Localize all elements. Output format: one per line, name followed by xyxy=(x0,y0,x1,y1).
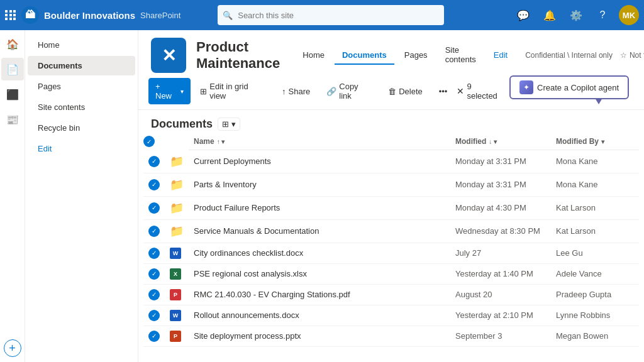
copilot-icon: ✦ xyxy=(519,80,533,94)
row-checkbox[interactable]: ✓ xyxy=(148,248,160,259)
row-checkbox[interactable]: ✓ xyxy=(148,310,160,321)
share-row-button[interactable]: ↑ xyxy=(418,248,426,259)
sidebar-item-edit[interactable]: Edit xyxy=(28,139,135,158)
copy-link-label: Copy link xyxy=(339,82,372,101)
more-row-button[interactable]: ⋮ xyxy=(428,289,440,300)
nav-site-contents[interactable]: Site contents xyxy=(438,41,484,69)
more-row-button[interactable]: ⋮ xyxy=(428,179,440,190)
popup-arrow xyxy=(595,98,602,104)
word-icon: W xyxy=(170,248,181,259)
sort-modified-icon: ↓ ▾ xyxy=(489,138,497,145)
confidential-label: Confidential \ Internal only xyxy=(525,51,613,60)
share-button[interactable]: ↑ Share xyxy=(275,83,317,100)
sidebar-item-recycle-bin[interactable]: Recycle bin xyxy=(28,118,135,138)
site-meta: Confidential \ Internal only ☆ Not follo… xyxy=(525,51,644,60)
share-row-button[interactable]: ↑ xyxy=(418,331,426,342)
more-row-button[interactable]: ⋮ xyxy=(428,156,440,167)
row-checkbox[interactable]: ✓ xyxy=(148,268,160,280)
sidebar-item-site-contents[interactable]: Site contents xyxy=(28,97,135,117)
table-row[interactable]: ✓ 📁 Current Deployments ↑ ⋮ Monday at 3:… xyxy=(143,150,639,173)
new-button[interactable]: + New ▾ xyxy=(148,78,191,104)
edit-grid-label: Edit in grid view xyxy=(209,82,265,101)
more-row-button[interactable]: ⋮ xyxy=(428,268,440,280)
table-row[interactable]: ✓ P RMC 21.40.030 - EV Charging Stations… xyxy=(143,284,639,305)
nav-home[interactable]: Home xyxy=(295,47,332,65)
bell-icon[interactable]: 🔔 xyxy=(540,5,560,25)
row-checkbox[interactable]: ✓ xyxy=(148,156,160,167)
col-name-header[interactable]: Name ↑ ▾ xyxy=(189,133,413,150)
edit-grid-button[interactable]: ⊞ Edit in grid view xyxy=(193,78,272,104)
search-input[interactable] xyxy=(218,5,444,25)
view-toggle-button[interactable]: ⊞ ▾ xyxy=(218,118,240,131)
share-row-button[interactable]: ↑ xyxy=(418,156,426,167)
help-icon[interactable]: ? xyxy=(592,5,613,25)
copilot-label: Create a Copilot agent xyxy=(537,83,619,92)
nav-documents[interactable]: Documents xyxy=(335,47,394,65)
chat-icon[interactable]: 💬 xyxy=(513,5,533,25)
table-row[interactable]: ✓ 📁 Product Failure Reports ↑ ⋮ Monday a… xyxy=(143,196,639,219)
site-header: ✕ Product Maintenance Home Documents Pag… xyxy=(138,30,644,73)
app-logo[interactable]: 🏔 Boulder Innovations SharePoint xyxy=(5,6,180,24)
selected-badge: ✕ 9 selected xyxy=(457,82,502,101)
file-modified: Monday at 4:30 PM xyxy=(450,196,551,219)
left-rail: 🏠 📄 ⬛ 📰 + xyxy=(0,30,25,362)
file-name: RMC 21.40.030 - EV Charging Stations.pdf xyxy=(189,284,413,305)
row-checkbox[interactable]: ✓ xyxy=(148,289,160,300)
more-row-button[interactable]: ⋮ xyxy=(428,248,440,259)
close-selection-button[interactable]: ✕ xyxy=(457,86,464,96)
sidebar-item-documents[interactable]: Documents xyxy=(28,56,135,75)
share-row-button[interactable]: ↑ xyxy=(418,310,426,321)
copy-link-button[interactable]: 🔗 Copy link xyxy=(319,78,379,104)
delete-button[interactable]: 🗑 Delete xyxy=(381,83,430,100)
select-all-checkbox[interactable]: ✓ xyxy=(143,136,155,147)
table-row[interactable]: ✓ P Site deployment process.pptx ↑ ⋮ Sep… xyxy=(143,326,639,346)
following-button[interactable]: ☆ Not following xyxy=(620,51,644,60)
copilot-button[interactable]: ✦ Create a Copilot agent xyxy=(511,77,628,98)
more-row-button[interactable]: ⋮ xyxy=(428,310,440,321)
documents-header: Documents ⊞ ▾ xyxy=(138,110,644,133)
home-rail-icon[interactable]: 🏠 xyxy=(1,33,24,55)
table-row[interactable]: ✓ 📁 Parts & Inventory ↑ ⋮ Monday at 3:31… xyxy=(143,173,639,196)
share-row-button[interactable]: ↑ xyxy=(418,202,426,214)
col-modified-header[interactable]: Modified ↓ ▾ xyxy=(450,133,551,150)
table-row[interactable]: ✓ W City ordinances checklist.docx ↑ ⋮ J… xyxy=(143,243,639,263)
news-rail-icon[interactable]: 📰 xyxy=(1,108,24,131)
settings-icon[interactable]: ⚙️ xyxy=(566,5,586,25)
apps-rail-icon[interactable]: ⬛ xyxy=(1,83,24,106)
doc-rail-icon[interactable]: 📄 xyxy=(1,58,24,80)
share-row-button[interactable]: ↑ xyxy=(418,289,426,300)
topbar-actions: 💬 🔔 ⚙️ ? MK xyxy=(513,5,639,25)
nav-pages[interactable]: Pages xyxy=(397,47,435,65)
row-checkbox[interactable]: ✓ xyxy=(148,331,160,342)
new-label: + New xyxy=(155,82,178,101)
more-row-button[interactable]: ⋮ xyxy=(428,331,440,342)
row-checkbox[interactable]: ✓ xyxy=(148,202,160,214)
table-row[interactable]: ✓ W Rollout announcements.docx ↑ ⋮ Yeste… xyxy=(143,305,639,326)
file-modified: Monday at 3:31 PM xyxy=(450,150,551,173)
topbar: 🏔 Boulder Innovations SharePoint 🔍 💬 🔔 ⚙… xyxy=(0,0,644,30)
more-row-button[interactable]: ⋮ xyxy=(428,202,440,214)
main-content: ✕ Product Maintenance Home Documents Pag… xyxy=(138,30,644,362)
more-row-button[interactable]: ⋮ xyxy=(428,226,440,237)
col-modby-header[interactable]: Modified By ▾ xyxy=(551,133,639,150)
more-button[interactable]: ••• xyxy=(432,83,455,100)
row-checkbox[interactable]: ✓ xyxy=(148,226,160,237)
search-bar: 🔍 xyxy=(218,5,444,25)
table-row[interactable]: ✓ X PSE regional cost analysis.xlsx ↑ ⋮ … xyxy=(143,263,639,284)
waffle-icon[interactable] xyxy=(5,10,16,20)
share-row-button[interactable]: ↑ xyxy=(418,268,426,280)
row-checkbox[interactable]: ✓ xyxy=(148,179,160,190)
copilot-popup: ✦ Create a Copilot agent xyxy=(509,75,629,99)
share-row-button[interactable]: ↑ xyxy=(418,179,426,190)
sidebar-item-home[interactable]: Home xyxy=(28,35,135,55)
edit-grid-icon: ⊞ xyxy=(200,87,207,96)
pdf-icon: P xyxy=(170,289,181,300)
selected-count: 9 selected xyxy=(467,82,502,101)
share-row-button[interactable]: ↑ xyxy=(418,226,426,237)
sharepoint-label: SharePoint xyxy=(140,11,180,20)
table-row[interactable]: ✓ 📁 Service Manuals & Documentation ↑ ⋮ … xyxy=(143,219,639,243)
sidebar-item-pages[interactable]: Pages xyxy=(28,77,135,96)
user-avatar[interactable]: MK xyxy=(619,5,639,25)
nav-edit[interactable]: Edit xyxy=(486,47,515,65)
add-rail-button[interactable]: + xyxy=(4,339,21,357)
